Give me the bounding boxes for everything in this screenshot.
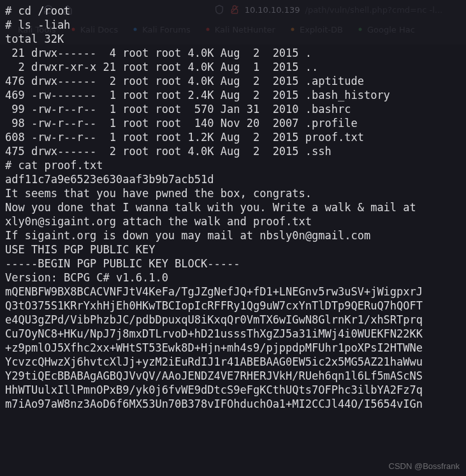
- terminal-line: Q3tO375S1KRrYxhHjEh0HKwTBCIopIcRFFRy1Qg9…: [5, 299, 461, 313]
- terminal-line: e4QU3gZPd/VibPhzbJC/pdbDpuxqU8iKxqQr0VmT…: [5, 313, 461, 327]
- terminal-line: 608 -rw-r--r-- 1 root root 1.2K Aug 2 20…: [5, 130, 461, 144]
- terminal-line: Y29tiQEcBBABAgAGBQJVvQV/AAoJENDZ4VE7RHER…: [5, 369, 461, 383]
- terminal-line: m7iAo97aW8nz3AoD6f6MX53Un70B378vIFOhduch…: [5, 397, 461, 411]
- terminal-line: 21 drwx------ 4 root root 4.0K Aug 2 201…: [5, 46, 461, 60]
- terminal-line: 99 -rw-r--r-- 1 root root 570 Jan 31 201…: [5, 102, 461, 116]
- terminal-line: It seems that you have pwned the box, co…: [5, 186, 461, 200]
- terminal-line: adf11c7a9e6523e630aaf3b9b7acb51d: [5, 172, 461, 186]
- terminal-line: YcvzcQHwzXj6hvtcXlJj+yzM2iEuRdIJ1r41ABEB…: [5, 355, 461, 369]
- terminal-line: 475 drwx------ 2 root root 4.0K Aug 2 20…: [5, 144, 461, 158]
- terminal-line: # ls -liah: [5, 18, 461, 32]
- terminal-line: HhWTUulxIllPmnOPxB9/yk0j6fvWE9dDtcS9eFgK…: [5, 383, 461, 397]
- terminal-line: 2 drwxr-xr-x 21 root root 4.0K Aug 1 201…: [5, 60, 461, 74]
- terminal-line: # cat proof.txt: [5, 158, 461, 172]
- terminal-line: total 32K: [5, 32, 461, 46]
- terminal-line: 476 drwx------ 2 root root 4.0K Aug 2 20…: [5, 74, 461, 88]
- terminal-line: # cd /root: [5, 4, 461, 18]
- terminal-line: xly0n@sigaint.org attach the walk and pr…: [5, 214, 461, 228]
- terminal-line: +z9pmlOJ5Xfhc2xx+WHtST53Ewk8D+Hjn+mh4s9/…: [5, 341, 461, 355]
- terminal-line: Version: BCPG C# v1.6.1.0: [5, 271, 461, 285]
- terminal-line: -----BEGIN PGP PUBLIC KEY BLOCK-----: [5, 257, 461, 271]
- terminal-line: Cu7OyNC8+HKu/NpJ7j8mxDTLrvoD+hD21usssThX…: [5, 327, 461, 341]
- terminal-line: 469 -rw------- 1 root root 2.4K Aug 2 20…: [5, 88, 461, 102]
- terminal-output[interactable]: # cd /root# ls -liahtotal 32K 21 drwx---…: [0, 0, 466, 476]
- terminal-line: Now you done that I wanna talk with you.…: [5, 200, 461, 214]
- terminal-line: 98 -rw-r--r-- 1 root root 140 Nov 20 200…: [5, 116, 461, 130]
- terminal-line: mQENBFW9BX8BCACVNFJtV4KeFa/TgJZgNefJQ+fD…: [5, 285, 461, 299]
- terminal-line: If sigaint.org is down you may mail at n…: [5, 228, 461, 242]
- terminal-line: USE THIS PGP PUBLIC KEY: [5, 242, 461, 257]
